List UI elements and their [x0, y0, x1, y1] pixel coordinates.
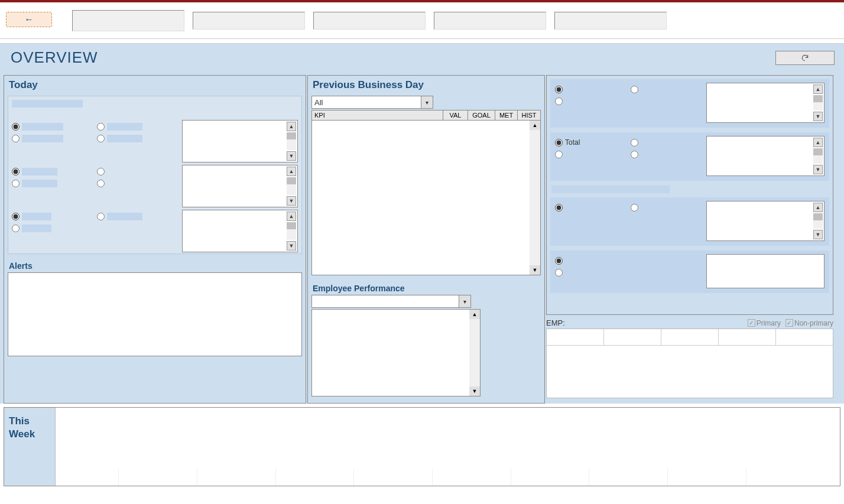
this-week-title: This Week	[4, 408, 55, 486]
scroll-down-icon[interactable]: ▼	[469, 386, 480, 396]
today-list-1[interactable]: ▲ ▼	[182, 120, 298, 162]
nonprimary-checkbox[interactable]: ✓Non-primary	[785, 319, 833, 327]
right-g3-radio-1[interactable]	[555, 204, 563, 212]
today-g1-radio-4[interactable]	[97, 135, 105, 142]
kpi-col-hist: HIST	[518, 110, 540, 120]
ribbon-button-4[interactable]	[434, 12, 546, 30]
scroll-up-icon[interactable]: ▲	[813, 203, 823, 212]
alerts-title: Alerts	[9, 261, 302, 271]
ribbon-button-3[interactable]	[313, 12, 426, 30]
right-g4-radio-2[interactable]	[555, 269, 563, 277]
scroll-down-icon[interactable]: ▼	[530, 265, 540, 275]
today-list-2[interactable]: ▲ ▼	[182, 165, 298, 207]
right-g3-radio-2[interactable]	[631, 204, 638, 212]
scroll-down-icon[interactable]: ▼	[813, 230, 823, 239]
scroll-up-icon[interactable]: ▲	[287, 122, 296, 131]
right-list-4[interactable]	[706, 254, 824, 288]
scroll-down-icon[interactable]: ▼	[813, 112, 823, 121]
page-title: OVERVIEW	[11, 48, 98, 67]
right-g1-radio-2[interactable]	[555, 97, 563, 105]
emp-label: EMP:	[546, 318, 565, 327]
today-list-3[interactable]: ▲ ▼	[182, 210, 298, 252]
right-list-1[interactable]: ▲ ▼	[706, 83, 824, 123]
scroll-up-icon[interactable]: ▲	[287, 167, 296, 176]
kpi-col-kpi: KPI	[312, 110, 443, 120]
scroll-up-icon[interactable]: ▲	[813, 84, 823, 94]
scroll-up-icon[interactable]: ▲	[287, 212, 296, 221]
right-g2-label-total: Total	[565, 138, 580, 147]
today-g2-radio-2[interactable]	[12, 180, 20, 187]
right-list-3[interactable]: ▲ ▼	[706, 201, 824, 241]
primary-checkbox[interactable]: ✓Primary	[748, 319, 781, 327]
today-title: Today	[9, 79, 302, 91]
right-g2-radio-3[interactable]	[631, 139, 638, 147]
scroll-down-icon[interactable]: ▼	[287, 241, 296, 251]
scroll-up-icon[interactable]: ▲	[813, 138, 823, 147]
scroll-down-icon[interactable]: ▼	[287, 151, 296, 161]
right-list-2[interactable]: ▲ ▼	[706, 136, 824, 176]
today-g2-radio-4[interactable]	[97, 180, 105, 187]
today-g2-radio-3[interactable]	[97, 168, 105, 175]
kpi-col-val: VAL	[443, 110, 468, 120]
right-g4-radio-1[interactable]	[555, 257, 563, 265]
primary-checkbox-label: Primary	[757, 319, 781, 327]
back-button[interactable]: ←	[6, 12, 52, 27]
nonprimary-checkbox-label: Non-primary	[794, 319, 833, 327]
back-arrow-icon: ←	[24, 14, 34, 25]
today-g2-radio-1[interactable]	[12, 168, 20, 175]
today-g3-radio-3[interactable]	[97, 213, 105, 220]
page-title-bar: OVERVIEW	[0, 44, 844, 73]
chevron-down-icon: ▾	[421, 96, 433, 108]
scroll-down-icon[interactable]: ▼	[287, 196, 296, 206]
emp-perf-list[interactable]: ▲ ▼	[311, 309, 481, 396]
emp-perf-title: Employee Performance	[313, 284, 541, 293]
scroll-up-icon[interactable]: ▲	[469, 310, 480, 319]
kpi-col-met: MET	[495, 110, 518, 120]
pbd-filter-combo[interactable]: All ▾	[311, 96, 433, 109]
kpi-table[interactable]: KPI VAL GOAL MET HIST ▲ ▼	[311, 110, 541, 275]
today-g3-radio-1[interactable]	[12, 213, 20, 220]
scroll-up-icon[interactable]: ▲	[530, 121, 540, 130]
emp-perf-combo[interactable]: ▾	[311, 295, 471, 308]
ribbon-bar: ←	[0, 2, 844, 39]
scroll-down-icon[interactable]: ▼	[813, 165, 823, 174]
chevron-down-icon: ▾	[459, 295, 470, 307]
ribbon-button-1[interactable]	[72, 10, 184, 31]
today-g1-radio-2[interactable]	[12, 135, 20, 142]
today-g3-radio-2[interactable]	[12, 225, 20, 232]
right-g1-radio-1[interactable]	[555, 86, 563, 93]
this-week-panel: This Week	[4, 407, 840, 486]
this-week-chart[interactable]	[55, 408, 840, 486]
refresh-button[interactable]	[775, 51, 835, 65]
pbd-title: Previous Business Day	[313, 79, 541, 91]
right-g2-radio-2[interactable]	[555, 151, 563, 158]
ribbon-button-2[interactable]	[193, 12, 305, 30]
today-g1-radio-3[interactable]	[97, 123, 105, 131]
ribbon-button-5[interactable]	[554, 12, 667, 30]
today-g1-radio-1[interactable]	[12, 123, 20, 131]
alerts-list[interactable]	[8, 272, 302, 356]
kpi-col-goal: GOAL	[468, 110, 495, 120]
right-g2-radio-4[interactable]	[631, 151, 638, 158]
emp-detail-grid[interactable]	[546, 329, 833, 398]
refresh-icon	[801, 54, 809, 62]
right-g2-radio-1[interactable]	[555, 139, 563, 147]
pbd-filter-value: All	[314, 98, 323, 107]
right-g1-radio-3[interactable]	[631, 86, 638, 93]
